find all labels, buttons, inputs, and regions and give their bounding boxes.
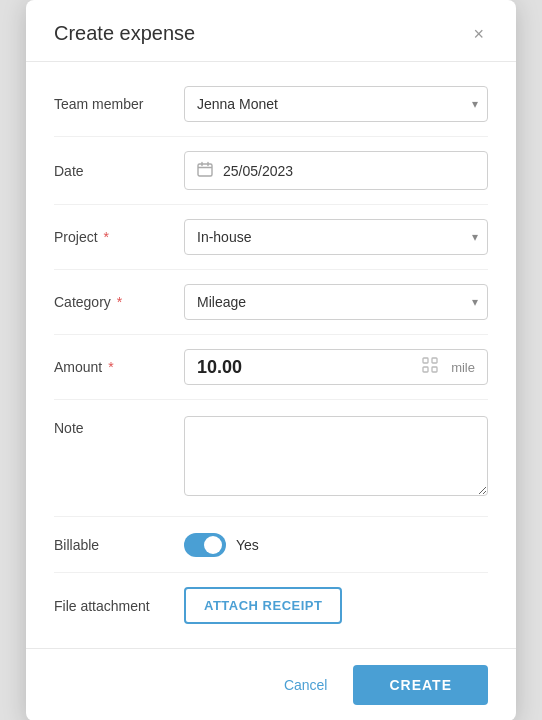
date-label: Date [54, 163, 184, 179]
date-control: 25/05/2023 [184, 151, 488, 190]
billable-yes-label: Yes [236, 537, 259, 553]
svg-rect-3 [423, 367, 428, 372]
project-label: Project * [54, 229, 184, 245]
billable-toggle[interactable] [184, 533, 226, 557]
note-control [184, 416, 488, 500]
team-member-row: Team member Jenna Monet ▾ [54, 72, 488, 137]
attach-receipt-button[interactable]: ATTACH RECEIPT [184, 587, 342, 624]
note-textarea[interactable] [184, 416, 488, 496]
dialog-header: Create expense × [26, 0, 516, 62]
svg-rect-4 [432, 367, 437, 372]
amount-input[interactable] [197, 357, 421, 378]
team-member-control: Jenna Monet ▾ [184, 86, 488, 122]
close-button[interactable]: × [469, 23, 488, 45]
dialog-body: Team member Jenna Monet ▾ Date [26, 62, 516, 648]
billable-toggle-row: Yes [184, 533, 488, 557]
calendar-icon [197, 161, 213, 180]
svg-rect-1 [423, 358, 428, 363]
amount-control: mile [184, 349, 488, 385]
project-row: Project * In-house External Internal ▾ [54, 205, 488, 270]
team-member-label: Team member [54, 96, 184, 112]
amount-label: Amount * [54, 359, 184, 375]
category-select-wrapper: Mileage Travel Food Other ▾ [184, 284, 488, 320]
svg-rect-2 [432, 358, 437, 363]
create-expense-dialog: Create expense × Team member Jenna Monet… [26, 0, 516, 720]
team-member-select[interactable]: Jenna Monet [184, 86, 488, 122]
file-attachment-control: ATTACH RECEIPT [184, 587, 488, 624]
note-row: Note [54, 400, 488, 517]
amount-unit: mile [451, 360, 475, 375]
amount-required-mark: * [104, 359, 113, 375]
note-label: Note [54, 416, 184, 436]
date-row: Date 25/05/2023 [54, 137, 488, 205]
category-select[interactable]: Mileage Travel Food Other [184, 284, 488, 320]
billable-row: Billable Yes [54, 517, 488, 573]
dialog-footer: Cancel CREATE [26, 648, 516, 720]
team-member-select-wrapper: Jenna Monet ▾ [184, 86, 488, 122]
toggle-slider [184, 533, 226, 557]
file-attachment-row: File attachment ATTACH RECEIPT [54, 573, 488, 638]
amount-input-wrapper: mile [184, 349, 488, 385]
svg-rect-0 [198, 164, 212, 176]
create-button[interactable]: CREATE [353, 665, 488, 705]
amount-row: Amount * mile [54, 335, 488, 400]
project-select-wrapper: In-house External Internal ▾ [184, 219, 488, 255]
cancel-button[interactable]: Cancel [274, 669, 338, 701]
project-select[interactable]: In-house External Internal [184, 219, 488, 255]
amount-grid-icon [421, 356, 439, 378]
file-attachment-label: File attachment [54, 598, 184, 614]
billable-control: Yes [184, 533, 488, 557]
category-required-mark: * [113, 294, 122, 310]
billable-label: Billable [54, 537, 184, 553]
category-row: Category * Mileage Travel Food Other ▾ [54, 270, 488, 335]
date-input-wrapper[interactable]: 25/05/2023 [184, 151, 488, 190]
project-control: In-house External Internal ▾ [184, 219, 488, 255]
category-label: Category * [54, 294, 184, 310]
project-required-mark: * [100, 229, 109, 245]
dialog-title: Create expense [54, 22, 195, 45]
category-control: Mileage Travel Food Other ▾ [184, 284, 488, 320]
date-value: 25/05/2023 [223, 163, 293, 179]
